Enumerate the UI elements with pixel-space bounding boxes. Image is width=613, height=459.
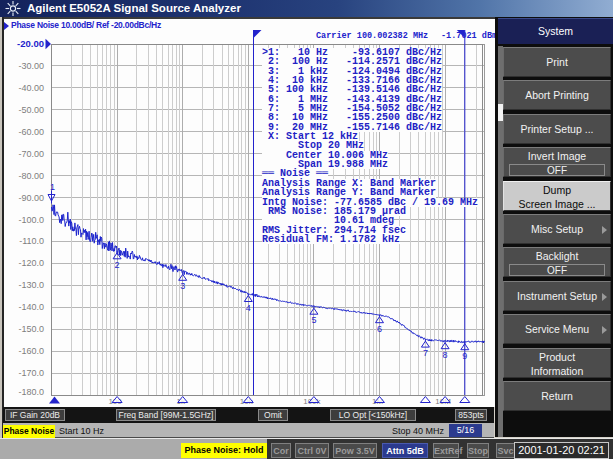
svg-text:7: 7 (423, 348, 428, 358)
svg-text:-100.0: -100.0 (18, 215, 44, 225)
svg-text:-150.0: -150.0 (18, 324, 44, 334)
svg-text:-110.0: -110.0 (19, 236, 44, 246)
svg-text:-160.0: -160.0 (18, 346, 44, 356)
svg-text:3: 3 (180, 281, 185, 291)
svg-text:-60.00: -60.00 (18, 127, 44, 137)
svg-text:1: 1 (50, 182, 55, 192)
svg-text:-120.0: -120.0 (18, 258, 44, 268)
svg-text:-70.00: -70.00 (18, 149, 44, 159)
svg-text:-90.00: -90.00 (18, 193, 44, 203)
svg-text:-30.00: -30.00 (18, 61, 44, 71)
svg-text:4: 4 (246, 303, 251, 313)
svg-text:5: 5 (311, 315, 316, 325)
svg-text:-50.00: -50.00 (18, 105, 44, 115)
svg-text:-40.00: -40.00 (18, 83, 44, 93)
svg-text:-80.00: -80.00 (18, 171, 44, 181)
svg-text:-20.00: -20.00 (17, 38, 44, 49)
svg-text:8: 8 (443, 350, 448, 360)
svg-text:9: 9 (462, 351, 467, 361)
svg-text:-170.0: -170.0 (18, 368, 44, 378)
svg-text:-140.0: -140.0 (18, 302, 44, 312)
svg-text:6: 6 (377, 324, 382, 334)
svg-text:-180.0: -180.0 (18, 387, 44, 397)
svg-text:2: 2 (115, 260, 120, 270)
svg-text:-130.0: -130.0 (18, 280, 44, 290)
